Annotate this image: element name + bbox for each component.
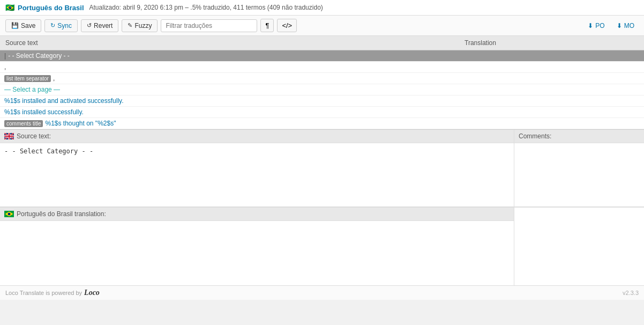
loco-logo-text: Loco bbox=[84, 289, 100, 297]
table-header: Source text Translation bbox=[0, 36, 644, 50]
comments-label: Comments: bbox=[519, 132, 551, 140]
editor-source-panel: Source text: - - Select Category - - bbox=[0, 130, 514, 206]
row-text: — Select a page — bbox=[4, 86, 60, 93]
powered-by-text: Loco Translate is powered by bbox=[5, 290, 82, 296]
table-row[interactable]: %1$s installed successfully. bbox=[0, 107, 644, 118]
sync-button[interactable]: ↻ Sync bbox=[44, 19, 78, 32]
editor-comments-panel: Comments: bbox=[514, 130, 644, 206]
editor-translation-left: Português do Brasil translation: bbox=[0, 208, 514, 285]
save-icon: 💾 bbox=[11, 22, 19, 29]
table-row[interactable]: comments title %1$s thought on "%2$s" bbox=[0, 118, 644, 129]
fuzzy-button[interactable]: ✎ Fuzzy bbox=[122, 19, 158, 32]
table-row[interactable]: , bbox=[0, 62, 644, 73]
table-row[interactable]: list item separator , bbox=[0, 73, 644, 84]
col-source-header: Source text bbox=[5, 39, 322, 47]
header-title: Português do Brasil bbox=[18, 4, 84, 12]
row-marker: | bbox=[4, 52, 6, 60]
footer: Loco Translate is powered by Loco v2.3.3 bbox=[0, 285, 644, 300]
fuzzy-icon: ✎ bbox=[128, 22, 132, 29]
svg-rect-8 bbox=[4, 136, 14, 137]
editor-translation-label: Português do Brasil translation: bbox=[0, 208, 514, 221]
editor-top: Source text: - - Select Category - - Com… bbox=[0, 130, 644, 207]
row-text: - - Select Category - - bbox=[8, 52, 70, 60]
row-text: , bbox=[53, 75, 55, 82]
translation-textarea[interactable] bbox=[0, 221, 514, 285]
header-flag: 🇧🇷 bbox=[5, 3, 14, 12]
editor-comments-body bbox=[514, 143, 644, 206]
search-input[interactable] bbox=[161, 19, 257, 32]
col-translation-header: Translation bbox=[322, 39, 639, 47]
source-text-label: Source text: bbox=[17, 132, 51, 140]
svg-point-11 bbox=[8, 213, 11, 216]
row-text: %1$s installed and activated successfull… bbox=[4, 97, 124, 105]
editor-translation-inner: Português do Brasil translation: bbox=[0, 208, 644, 285]
row-text: %1$s thought on "%2$s" bbox=[45, 120, 116, 127]
flag-br-icon bbox=[4, 211, 14, 217]
version-label: v2.3.3 bbox=[623, 290, 639, 296]
flag-en-icon bbox=[4, 133, 14, 139]
editor-area: Source text: - - Select Category - - Com… bbox=[0, 130, 644, 285]
code-button[interactable]: </> bbox=[277, 19, 297, 32]
row-text: , bbox=[4, 63, 6, 71]
row-text: %1$s installed successfully. bbox=[4, 108, 84, 116]
toolbar: 💾 Save ↻ Sync ↺ Revert ✎ Fuzzy ¶ </> ⬇ P… bbox=[0, 16, 644, 36]
table-row[interactable]: — Select a page — bbox=[0, 84, 644, 95]
source-list[interactable]: | - - Select Category - - , list item se… bbox=[0, 50, 644, 130]
pilcrow-button[interactable]: ¶ bbox=[260, 19, 274, 32]
editor-translation-panel: Português do Brasil translation: bbox=[0, 207, 644, 285]
translation-label: Português do Brasil translation: bbox=[17, 210, 106, 218]
save-button[interactable]: 💾 Save bbox=[5, 19, 41, 32]
revert-icon: ↺ bbox=[87, 22, 92, 29]
badge-list-separator: list item separator bbox=[4, 75, 51, 82]
download-icon: ⬇ bbox=[588, 22, 593, 29]
po-download-button[interactable]: ⬇ PO bbox=[583, 20, 609, 32]
revert-button[interactable]: ↺ Revert bbox=[81, 19, 118, 32]
loco-branding: Loco Translate is powered by Loco bbox=[5, 289, 100, 297]
editor-comments-label: Comments: bbox=[514, 130, 644, 143]
header-bar: 🇧🇷 Português do Brasil Atualizado: abril… bbox=[0, 0, 644, 16]
table-row[interactable]: %1$s installed and activated successfull… bbox=[0, 95, 644, 107]
editor-source-label: Source text: bbox=[0, 130, 514, 143]
mo-download-button[interactable]: ⬇ MO bbox=[612, 20, 639, 32]
table-row[interactable]: | - - Select Category - - bbox=[0, 50, 644, 62]
download-mo-icon: ⬇ bbox=[617, 22, 622, 29]
header-meta: Atualizado: abril 9, 2020 6:13 pm – .5% … bbox=[89, 4, 323, 11]
sync-icon: ↻ bbox=[50, 22, 55, 29]
source-text-textarea[interactable]: - - Select Category - - bbox=[0, 143, 514, 206]
translation-comments-spacer bbox=[514, 208, 644, 285]
badge-comments-title: comments title bbox=[4, 120, 43, 127]
